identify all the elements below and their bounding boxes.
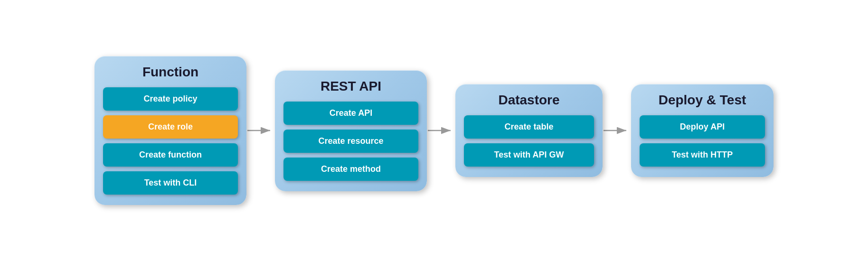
- rest-api-items-list: Create API Create resource Create method: [283, 102, 418, 181]
- panel-rest-api: REST API Create API Create resource Crea…: [275, 70, 427, 191]
- diagram-container: Function Create policy Create role Creat…: [85, 47, 783, 214]
- create-table-btn[interactable]: Create table: [464, 115, 594, 139]
- function-items-list: Create policy Create role Create functio…: [103, 87, 238, 195]
- panel-deploy-test-title: Deploy & Test: [640, 93, 765, 108]
- arrow-2: [427, 123, 455, 138]
- arrow-1: [246, 123, 275, 138]
- panel-datastore: Datastore Create table Test with API GW: [455, 84, 603, 177]
- create-resource-btn[interactable]: Create resource: [283, 130, 418, 153]
- panel-deploy-test: Deploy & Test Deploy API Test with HTTP: [631, 84, 774, 177]
- datastore-items-list: Create table Test with API GW: [464, 115, 594, 167]
- deploy-test-items-list: Deploy API Test with HTTP: [640, 115, 765, 167]
- create-role-btn[interactable]: Create role: [103, 115, 238, 139]
- panel-rest-api-title: REST API: [283, 79, 418, 94]
- panel-function-title: Function: [103, 65, 238, 80]
- create-policy-btn[interactable]: Create policy: [103, 87, 238, 111]
- test-with-api-gw-btn[interactable]: Test with API GW: [464, 143, 594, 167]
- create-function-btn[interactable]: Create function: [103, 143, 238, 167]
- test-with-cli-btn[interactable]: Test with CLI: [103, 171, 238, 195]
- create-method-btn[interactable]: Create method: [283, 158, 418, 181]
- panel-datastore-title: Datastore: [464, 93, 594, 108]
- arrow-3: [603, 123, 631, 138]
- deploy-api-btn[interactable]: Deploy API: [640, 115, 765, 139]
- test-with-http-btn[interactable]: Test with HTTP: [640, 143, 765, 167]
- create-api-btn[interactable]: Create API: [283, 102, 418, 125]
- panel-function: Function Create policy Create role Creat…: [94, 56, 246, 205]
